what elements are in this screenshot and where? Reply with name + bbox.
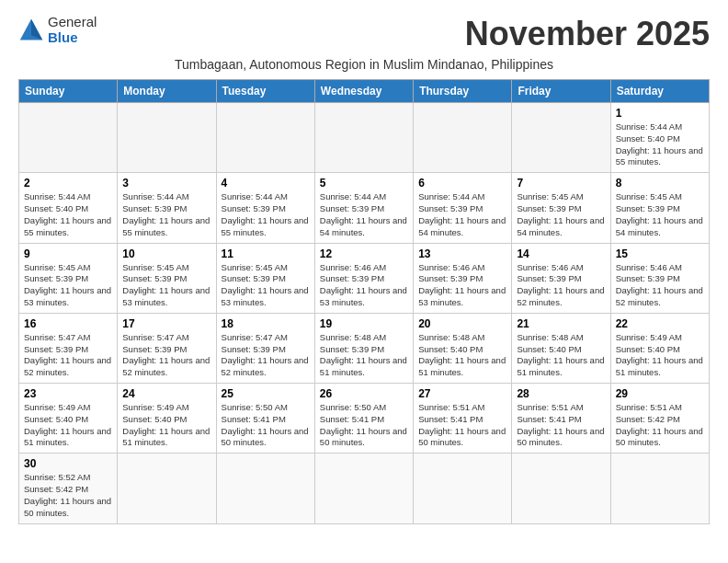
empty-cell [216,454,314,523]
day-7: 7 Sunrise: 5:45 AMSunset: 5:39 PMDayligh… [512,173,610,243]
empty-cell [19,103,118,173]
day-24: 24 Sunrise: 5:49 AMSunset: 5:40 PMDaylig… [118,384,216,454]
day-8: 8 Sunrise: 5:45 AMSunset: 5:39 PMDayligh… [610,173,709,243]
page-header: General Blue November 2025 [18,15,710,53]
logo-line1: General [48,15,97,30]
empty-cell [512,454,610,523]
day-20: 20 Sunrise: 5:48 AMSunset: 5:40 PMDaylig… [414,313,512,383]
week-row-3: 9 Sunrise: 5:45 AMSunset: 5:39 PMDayligh… [19,243,710,313]
day-29: 29 Sunrise: 5:51 AMSunset: 5:42 PMDaylig… [610,384,709,454]
calendar-table: Sunday Monday Tuesday Wednesday Thursday… [18,79,710,524]
empty-cell [512,103,610,173]
week-row-4: 16 Sunrise: 5:47 AMSunset: 5:39 PMDaylig… [19,313,710,383]
header-sunday: Sunday [19,80,118,103]
empty-cell [414,103,512,173]
header-monday: Monday [118,80,216,103]
week-row-6: 30 Sunrise: 5:52 AMSunset: 5:42 PMDaylig… [19,454,710,523]
day-12: 12 Sunrise: 5:46 AMSunset: 5:39 PMDaylig… [314,243,413,313]
logo: General Blue [18,15,97,45]
day-6: 6 Sunrise: 5:44 AMSunset: 5:39 PMDayligh… [414,173,512,243]
day-3: 3 Sunrise: 5:44 AMSunset: 5:39 PMDayligh… [118,173,216,243]
day-10: 10 Sunrise: 5:45 AMSunset: 5:39 PMDaylig… [118,243,216,313]
week-row-5: 23 Sunrise: 5:49 AMSunset: 5:40 PMDaylig… [19,384,710,454]
day-25: 25 Sunrise: 5:50 AMSunset: 5:41 PMDaylig… [216,384,314,454]
empty-cell [414,454,512,523]
week-row-2: 2 Sunrise: 5:44 AMSunset: 5:40 PMDayligh… [19,173,710,243]
day-17: 17 Sunrise: 5:47 AMSunset: 5:39 PMDaylig… [118,313,216,383]
header-wednesday: Wednesday [314,80,413,103]
empty-cell [610,454,709,523]
header-saturday: Saturday [610,80,709,103]
empty-cell [314,454,413,523]
day-26: 26 Sunrise: 5:50 AMSunset: 5:41 PMDaylig… [314,384,413,454]
day-19: 19 Sunrise: 5:48 AMSunset: 5:39 PMDaylig… [314,313,413,383]
header-tuesday: Tuesday [216,80,314,103]
day-21: 21 Sunrise: 5:48 AMSunset: 5:40 PMDaylig… [512,313,610,383]
day-30: 30 Sunrise: 5:52 AMSunset: 5:42 PMDaylig… [19,454,118,523]
day-1: 1 Sunrise: 5:44 AM Sunset: 5:40 PM Dayli… [610,103,709,173]
month-title: November 2025 [465,15,710,53]
day-16: 16 Sunrise: 5:47 AMSunset: 5:39 PMDaylig… [19,313,118,383]
day-14: 14 Sunrise: 5:46 AMSunset: 5:39 PMDaylig… [512,243,610,313]
logo-line2: Blue [48,30,97,46]
day-22: 22 Sunrise: 5:49 AMSunset: 5:40 PMDaylig… [610,313,709,383]
day-27: 27 Sunrise: 5:51 AMSunset: 5:41 PMDaylig… [414,384,512,454]
week-row-1: 1 Sunrise: 5:44 AM Sunset: 5:40 PM Dayli… [19,103,710,173]
header-friday: Friday [512,80,610,103]
empty-cell [314,103,413,173]
day-5: 5 Sunrise: 5:44 AMSunset: 5:39 PMDayligh… [314,173,413,243]
empty-cell [118,103,216,173]
day-9: 9 Sunrise: 5:45 AMSunset: 5:39 PMDayligh… [19,243,118,313]
day-15: 15 Sunrise: 5:46 AMSunset: 5:39 PMDaylig… [610,243,709,313]
day-18: 18 Sunrise: 5:47 AMSunset: 5:39 PMDaylig… [216,313,314,383]
logo-icon [18,17,44,43]
day-2: 2 Sunrise: 5:44 AMSunset: 5:40 PMDayligh… [19,173,118,243]
header-thursday: Thursday [414,80,512,103]
day-4: 4 Sunrise: 5:44 AMSunset: 5:39 PMDayligh… [216,173,314,243]
day-23: 23 Sunrise: 5:49 AMSunset: 5:40 PMDaylig… [19,384,118,454]
day-13: 13 Sunrise: 5:46 AMSunset: 5:39 PMDaylig… [414,243,512,313]
empty-cell [118,454,216,523]
day-11: 11 Sunrise: 5:45 AMSunset: 5:39 PMDaylig… [216,243,314,313]
empty-cell [216,103,314,173]
day-28: 28 Sunrise: 5:51 AMSunset: 5:41 PMDaylig… [512,384,610,454]
page-subtitle: Tumbagaan, Autonomous Region in Muslim M… [18,57,710,72]
